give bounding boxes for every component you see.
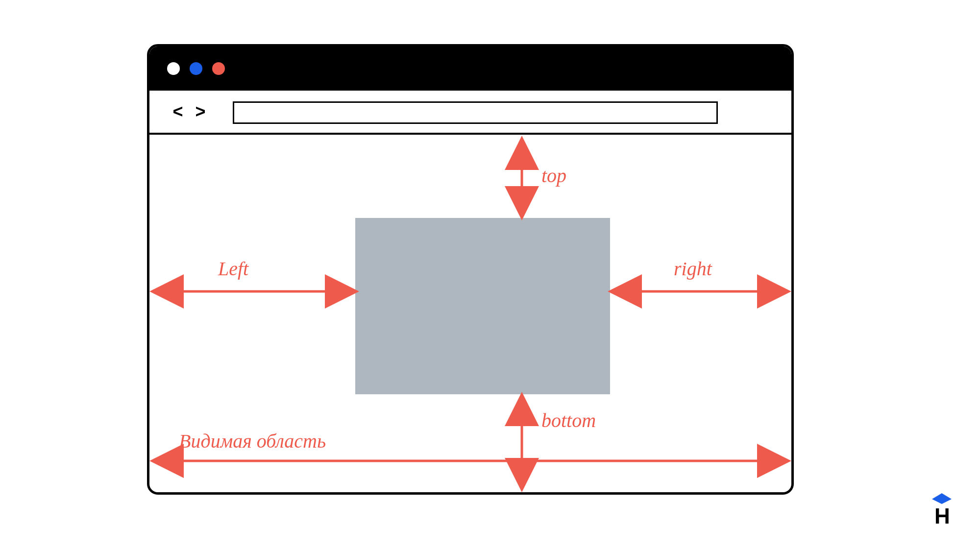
browser-window: < >	[147, 44, 794, 495]
graduation-cap-icon	[932, 493, 952, 499]
browser-viewport: top Left right bottom Видимая область	[149, 135, 791, 492]
brand-logo: H	[927, 493, 956, 527]
window-titlebar	[149, 47, 791, 91]
label-left: Left	[218, 257, 248, 280]
diagram-stage: < >	[147, 44, 794, 495]
label-bottom: bottom	[541, 409, 596, 432]
logo-letter: H	[934, 504, 949, 528]
traffic-light-zoom-icon	[212, 62, 225, 75]
back-button[interactable]: <	[169, 101, 187, 122]
forward-button[interactable]: >	[192, 101, 209, 122]
label-viewport: Видимая область	[179, 430, 326, 453]
label-top: top	[541, 164, 566, 187]
label-right: right	[674, 257, 712, 280]
traffic-light-close-icon	[167, 62, 180, 75]
browser-toolbar: < >	[149, 91, 791, 135]
traffic-light-minimize-icon	[190, 62, 202, 75]
address-bar[interactable]	[233, 101, 718, 124]
